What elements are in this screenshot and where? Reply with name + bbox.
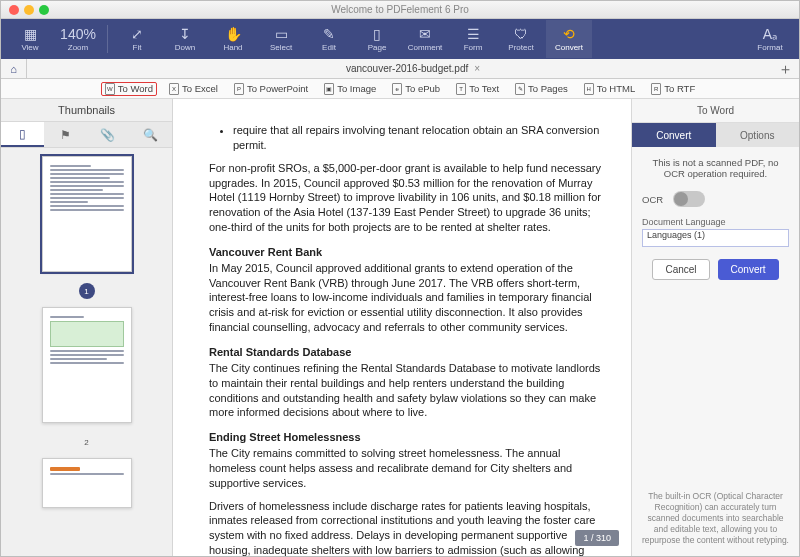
to-text-button[interactable]: TTo Text <box>452 82 503 96</box>
panel-footer-note: The built-in OCR (Optical Character Reco… <box>632 491 799 556</box>
page-tool[interactable]: ▯Page <box>354 20 400 58</box>
panel-tabs: Convert Options <box>632 123 799 147</box>
ocr-message: This is not a scanned PDF, no OCR operat… <box>642 157 789 179</box>
sidebar-tabs: ▯ ⚑ 📎 🔍 <box>1 122 172 148</box>
protect-tool[interactable]: 🛡Protect <box>498 20 544 58</box>
ocr-label: OCR <box>642 194 663 205</box>
panel-title: To Word <box>632 99 799 123</box>
paragraph: In May 2015, Council approved additional… <box>209 261 601 335</box>
convert-button[interactable]: Convert <box>718 259 779 280</box>
heading: Vancouver Rent Bank <box>209 245 601 260</box>
paragraph: The City remains committed to solving st… <box>209 446 601 491</box>
thumbnail-number-2: 2 <box>79 434 95 450</box>
pencil-icon: ✎ <box>323 27 335 43</box>
to-powerpoint-button[interactable]: PTo PowerPoint <box>230 82 312 96</box>
ocr-toggle[interactable] <box>673 191 705 207</box>
arrow-down-icon: ↧ <box>179 27 191 43</box>
search-tab[interactable]: 🔍 <box>129 122 172 147</box>
heading: Ending Street Homelessness <box>209 430 601 445</box>
comment-tool[interactable]: ✉Comment <box>402 20 448 58</box>
thumbnail-number-1: 1 <box>79 283 95 299</box>
convert-tool[interactable]: ⟲Convert <box>546 20 592 58</box>
close-tab-icon[interactable]: × <box>474 63 480 74</box>
excel-file-icon: X <box>169 83 179 95</box>
word-file-icon: W <box>105 83 115 95</box>
format-icon: Aₐ <box>763 27 777 43</box>
ppt-file-icon: P <box>234 83 244 95</box>
form-icon: ☰ <box>467 27 480 43</box>
hand-icon: ✋ <box>225 27 242 43</box>
paragraph: For non-profit SROs, a $5,000-per-door g… <box>209 161 601 235</box>
page-icon: ▯ <box>373 27 381 43</box>
to-excel-button[interactable]: XTo Excel <box>165 82 222 96</box>
attachments-tab[interactable]: 📎 <box>87 122 130 147</box>
paperclip-icon: 📎 <box>100 128 115 142</box>
to-epub-button[interactable]: eTo ePub <box>388 82 444 96</box>
rtf-file-icon: R <box>651 83 661 95</box>
document-tab-title: vancouver-2016-budget.pdf <box>346 63 468 74</box>
search-icon: 🔍 <box>143 128 158 142</box>
heading: Rental Standards Database <box>209 345 601 360</box>
pages-file-icon: ✎ <box>515 83 525 95</box>
image-file-icon: ▣ <box>324 83 334 95</box>
options-tab[interactable]: Options <box>716 123 800 147</box>
cursor-icon: ▭ <box>275 27 288 43</box>
html-file-icon: H <box>584 83 594 95</box>
home-icon: ⌂ <box>10 63 17 75</box>
zoom-percent-icon: 140% <box>60 27 96 43</box>
zoom-tool[interactable]: 140%Zoom <box>55 20 101 58</box>
home-button[interactable]: ⌂ <box>1 59 27 78</box>
thumbnail-list[interactable]: 1 2 <box>1 148 172 556</box>
view-tool[interactable]: ▦View <box>7 20 53 58</box>
edit-tool[interactable]: ✎Edit <box>306 20 352 58</box>
language-label: Document Language <box>642 217 789 227</box>
select-tool[interactable]: ▭Select <box>258 20 304 58</box>
panel-body: This is not a scanned PDF, no OCR operat… <box>632 147 799 491</box>
thumbnail-page-2[interactable] <box>42 307 132 423</box>
thumbnails-tab[interactable]: ▯ <box>1 122 44 147</box>
grid-icon: ▦ <box>24 27 37 43</box>
thumbnail-page-3[interactable] <box>42 458 132 508</box>
convert-sub-toolbar: WTo Word XTo Excel PTo PowerPoint ▣To Im… <box>1 79 799 99</box>
comment-icon: ✉ <box>419 27 431 43</box>
main-area: Thumbnails ▯ ⚑ 📎 🔍 1 2 <box>1 99 799 556</box>
new-tab-button[interactable]: ＋ <box>778 60 793 79</box>
document-viewport[interactable]: require that all repairs involving tenan… <box>173 99 631 556</box>
convert-panel: To Word Convert Options This is not a sc… <box>631 99 799 556</box>
shield-icon: 🛡 <box>514 27 528 43</box>
bullet-text: require that all repairs involving tenan… <box>233 123 601 153</box>
language-select[interactable]: Languages (1) <box>642 229 789 247</box>
format-tool[interactable]: AₐFormat <box>747 20 793 58</box>
form-tool[interactable]: ☰Form <box>450 20 496 58</box>
bookmark-icon: ⚑ <box>60 128 71 142</box>
text-file-icon: T <box>456 83 466 95</box>
fit-icon: ⤢ <box>131 27 143 43</box>
window-title: Welcome to PDFelement 6 Pro <box>1 4 799 15</box>
to-html-button[interactable]: HTo HTML <box>580 82 640 96</box>
epub-file-icon: e <box>392 83 402 95</box>
app-window: Welcome to PDFelement 6 Pro ▦View 140%Zo… <box>0 0 800 557</box>
main-toolbar: ▦View 140%Zoom ⤢Fit ↧Down ✋Hand ▭Select … <box>1 19 799 59</box>
cancel-button[interactable]: Cancel <box>652 259 709 280</box>
bookmarks-tab[interactable]: ⚑ <box>44 122 87 147</box>
thumbnails-icon: ▯ <box>19 127 26 141</box>
hand-tool[interactable]: ✋Hand <box>210 20 256 58</box>
fit-tool[interactable]: ⤢Fit <box>114 20 160 58</box>
thumbnail-page-1[interactable] <box>42 156 132 272</box>
down-tool[interactable]: ↧Down <box>162 20 208 58</box>
to-pages-button[interactable]: ✎To Pages <box>511 82 572 96</box>
title-bar: Welcome to PDFelement 6 Pro <box>1 1 799 19</box>
to-rtf-button[interactable]: RTo RTF <box>647 82 699 96</box>
page-indicator: 1 / 310 <box>575 530 619 546</box>
to-image-button[interactable]: ▣To Image <box>320 82 380 96</box>
paragraph: The City continues refining the Rental S… <box>209 361 601 420</box>
convert-tab[interactable]: Convert <box>632 123 716 147</box>
toolbar-divider <box>107 25 108 53</box>
document-tab[interactable]: vancouver-2016-budget.pdf × <box>332 61 494 76</box>
sidebar: Thumbnails ▯ ⚑ 📎 🔍 1 2 <box>1 99 173 556</box>
paragraph: Drivers of homelessness include discharg… <box>209 499 601 556</box>
document-tab-bar: ⌂ vancouver-2016-budget.pdf × ＋ <box>1 59 799 79</box>
to-word-button[interactable]: WTo Word <box>101 82 157 96</box>
sidebar-title: Thumbnails <box>1 99 172 122</box>
convert-icon: ⟲ <box>563 27 575 43</box>
